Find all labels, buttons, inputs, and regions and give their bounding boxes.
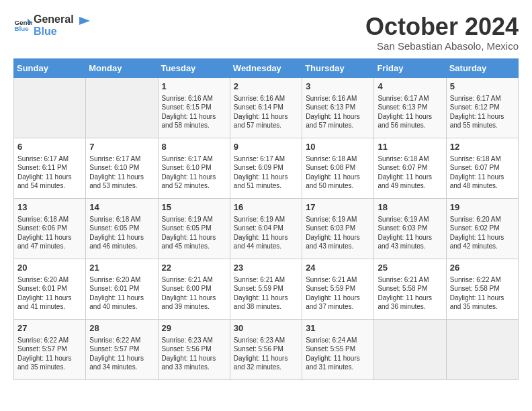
day-number: 15 xyxy=(162,201,226,214)
calendar-cell: 8Sunrise: 6:17 AMSunset: 6:10 PMDaylight… xyxy=(158,138,230,198)
svg-marker-4 xyxy=(79,17,90,25)
day-number: 19 xyxy=(450,201,515,214)
day-info-line: Sunset: 6:04 PM xyxy=(234,224,298,233)
title-section: October 2024 San Sebastian Abasolo, Mexi… xyxy=(365,13,519,52)
day-number: 2 xyxy=(234,81,298,93)
day-info-line: Sunrise: 6:21 AM xyxy=(162,275,226,285)
calendar-cell: 5Sunrise: 6:17 AMSunset: 6:12 PMDaylight… xyxy=(446,77,518,138)
day-info-line: Daylight: 11 hours and 56 minutes. xyxy=(378,112,442,130)
calendar-cell: 1Sunrise: 6:16 AMSunset: 6:15 PMDaylight… xyxy=(158,77,230,138)
day-info-line: Sunrise: 6:22 AM xyxy=(89,336,154,345)
calendar-cell: 10Sunrise: 6:18 AMSunset: 6:08 PMDayligh… xyxy=(302,138,374,198)
day-info-line: Daylight: 11 hours and 48 minutes. xyxy=(450,173,515,191)
calendar-body: 1Sunrise: 6:16 AMSunset: 6:15 PMDaylight… xyxy=(14,77,519,379)
day-info-line: Daylight: 11 hours and 45 minutes. xyxy=(162,233,226,251)
calendar-cell: 24Sunrise: 6:21 AMSunset: 5:59 PMDayligh… xyxy=(302,259,374,319)
logo-icon: General Blue xyxy=(13,16,32,35)
day-info-line: Sunset: 6:05 PM xyxy=(162,224,226,233)
calendar-cell: 13Sunrise: 6:18 AMSunset: 6:06 PMDayligh… xyxy=(14,198,86,259)
calendar-cell: 26Sunrise: 6:22 AMSunset: 5:58 PMDayligh… xyxy=(446,259,518,319)
day-info-line: Sunrise: 6:16 AM xyxy=(306,94,370,103)
day-info-line: Sunrise: 6:21 AM xyxy=(378,275,442,285)
day-number: 6 xyxy=(17,141,82,153)
day-info-line: Sunrise: 6:22 AM xyxy=(17,336,82,345)
day-info-line: Sunrise: 6:18 AM xyxy=(450,154,515,164)
day-number: 3 xyxy=(306,81,370,93)
day-info-line: Sunrise: 6:16 AM xyxy=(234,94,298,103)
day-number: 22 xyxy=(162,262,226,274)
day-info-line: Sunrise: 6:16 AM xyxy=(162,94,226,103)
day-number: 21 xyxy=(89,262,154,274)
logo-flag-icon xyxy=(77,15,91,30)
day-info-line: Sunrise: 6:17 AM xyxy=(17,154,82,164)
day-info-line: Sunset: 6:15 PM xyxy=(162,103,226,112)
day-info-line: Sunset: 6:00 PM xyxy=(162,284,226,293)
calendar-cell: 4Sunrise: 6:17 AMSunset: 6:13 PMDaylight… xyxy=(374,77,446,138)
day-number: 18 xyxy=(378,201,442,214)
day-info-line: Sunrise: 6:17 AM xyxy=(89,154,154,164)
day-info-line: Daylight: 11 hours and 51 minutes. xyxy=(234,173,298,191)
logo-line1: General xyxy=(34,13,74,26)
day-info-line: Sunset: 5:58 PM xyxy=(450,284,515,293)
day-info-line: Daylight: 11 hours and 52 minutes. xyxy=(162,173,226,191)
day-info-line: Sunset: 6:08 PM xyxy=(306,163,370,173)
day-number: 16 xyxy=(234,201,298,214)
day-number: 17 xyxy=(306,201,370,214)
day-info-line: Sunset: 6:09 PM xyxy=(234,163,298,173)
day-of-week-header: Friday xyxy=(374,58,446,77)
calendar-cell: 28Sunrise: 6:22 AMSunset: 5:57 PMDayligh… xyxy=(86,319,158,379)
day-info-line: Daylight: 11 hours and 57 minutes. xyxy=(234,112,298,130)
day-info-line: Sunset: 5:56 PM xyxy=(162,345,226,354)
day-info-line: Daylight: 11 hours and 54 minutes. xyxy=(17,173,82,191)
day-info-line: Sunrise: 6:22 AM xyxy=(450,275,515,285)
day-info-line: Daylight: 11 hours and 35 minutes. xyxy=(17,354,82,372)
day-info-line: Sunset: 6:07 PM xyxy=(378,163,442,173)
day-info-line: Sunrise: 6:19 AM xyxy=(234,215,298,224)
day-number: 27 xyxy=(17,322,82,334)
day-number: 29 xyxy=(162,322,226,334)
calendar-cell: 29Sunrise: 6:23 AMSunset: 5:56 PMDayligh… xyxy=(158,319,230,379)
day-of-week-header: Sunday xyxy=(14,58,86,77)
day-info-line: Sunset: 6:12 PM xyxy=(450,103,515,112)
day-info-line: Sunrise: 6:20 AM xyxy=(89,275,154,285)
day-number: 25 xyxy=(378,262,442,274)
day-info-line: Sunset: 6:13 PM xyxy=(306,103,370,112)
calendar-cell: 7Sunrise: 6:17 AMSunset: 6:10 PMDaylight… xyxy=(86,138,158,198)
day-number: 14 xyxy=(89,201,154,214)
day-info-line: Sunset: 6:01 PM xyxy=(17,284,82,293)
day-info-line: Sunrise: 6:17 AM xyxy=(162,154,226,164)
day-info-line: Sunrise: 6:17 AM xyxy=(378,94,442,103)
day-info-line: Sunset: 6:02 PM xyxy=(450,224,515,233)
day-info-line: Daylight: 11 hours and 36 minutes. xyxy=(378,293,442,312)
day-number: 7 xyxy=(89,141,154,153)
calendar-cell: 14Sunrise: 6:18 AMSunset: 6:05 PMDayligh… xyxy=(86,198,158,259)
day-number: 13 xyxy=(17,201,82,214)
day-info-line: Sunset: 6:14 PM xyxy=(234,103,298,112)
day-number: 20 xyxy=(17,262,82,274)
calendar-cell xyxy=(446,319,518,379)
day-info-line: Daylight: 11 hours and 35 minutes. xyxy=(450,293,515,312)
day-info-line: Sunrise: 6:18 AM xyxy=(378,154,442,164)
day-info-line: Daylight: 11 hours and 33 minutes. xyxy=(162,354,226,372)
day-info-line: Sunrise: 6:20 AM xyxy=(450,215,515,224)
day-number: 1 xyxy=(162,81,226,93)
month-title: October 2024 xyxy=(365,13,519,40)
day-number: 10 xyxy=(306,141,370,153)
day-info-line: Sunset: 6:07 PM xyxy=(450,163,515,173)
day-info-line: Sunrise: 6:19 AM xyxy=(306,215,370,224)
day-number: 28 xyxy=(89,322,154,334)
svg-text:Blue: Blue xyxy=(14,25,29,32)
day-of-week-header: Tuesday xyxy=(158,58,230,77)
day-info-line: Sunset: 6:05 PM xyxy=(89,224,154,233)
day-info-line: Daylight: 11 hours and 58 minutes. xyxy=(162,112,226,130)
day-number: 4 xyxy=(378,81,442,93)
calendar-cell: 2Sunrise: 6:16 AMSunset: 6:14 PMDaylight… xyxy=(230,77,302,138)
calendar-header: SundayMondayTuesdayWednesdayThursdayFrid… xyxy=(14,58,519,77)
day-info-line: Sunrise: 6:19 AM xyxy=(162,215,226,224)
day-info-line: Daylight: 11 hours and 50 minutes. xyxy=(306,173,370,191)
day-info-line: Daylight: 11 hours and 39 minutes. xyxy=(162,293,226,312)
day-info-line: Sunset: 6:03 PM xyxy=(378,224,442,233)
day-of-week-header: Saturday xyxy=(446,58,518,77)
day-info-line: Sunset: 5:59 PM xyxy=(306,284,370,293)
day-info-line: Daylight: 11 hours and 55 minutes. xyxy=(450,112,515,130)
